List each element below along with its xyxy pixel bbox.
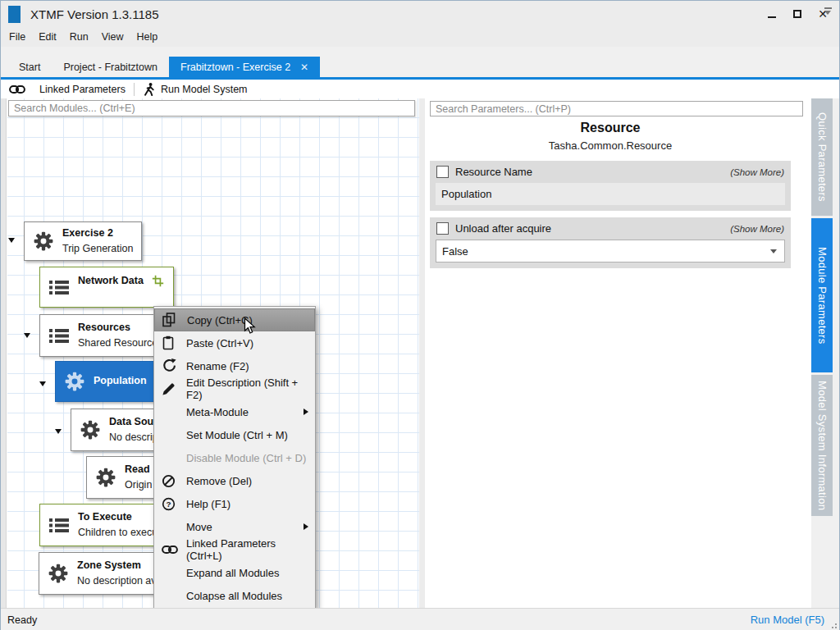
menu-item-colapse-all-modules[interactable]: Colapse all Modules: [154, 584, 315, 607]
parameter-module-type: Tasha.Common.Resource: [430, 139, 791, 152]
crop-icon: [152, 275, 164, 287]
submenu-arrow-icon: [304, 523, 308, 530]
expander-population[interactable]: [39, 381, 46, 386]
left-scroll-strip[interactable]: [1, 98, 7, 608]
parameter-label: Resource Name: [455, 166, 730, 178]
tab-frabitztown-exercise2[interactable]: Frabitztown - Exercise 2 ✕: [169, 57, 320, 77]
maximize-icon: [793, 10, 801, 18]
copy-icon: [162, 313, 180, 327]
resource-name-checkbox[interactable]: [436, 166, 449, 178]
document-tab-strip: Start Project - Frabitztown Frabitztown …: [1, 57, 839, 77]
show-more-link[interactable]: (Show More): [730, 167, 784, 177]
module-title: Read: [125, 462, 152, 477]
search-parameters-input[interactable]: [430, 101, 803, 116]
gear-icon: [95, 467, 116, 488]
menu-help[interactable]: Help: [130, 29, 165, 45]
chevron-down-icon: [770, 249, 777, 253]
window-title: XTMF Version 1.3.1185: [30, 7, 158, 21]
tab-overflow-icon: [824, 7, 832, 9]
maximize-button[interactable]: [789, 6, 806, 22]
gear-icon: [80, 419, 101, 441]
help-icon: ?: [162, 496, 180, 511]
expander-datasource[interactable]: [55, 429, 62, 434]
menu-item-rename[interactable]: Rename (F2): [154, 354, 315, 377]
parameter-label: Unload after acquire: [455, 222, 730, 235]
tab-overflow-button[interactable]: [823, 7, 833, 16]
run-model-system-label: Run Model System: [161, 84, 248, 95]
rename-icon: [162, 358, 180, 373]
status-bar: Ready Run Model (F5): [1, 608, 839, 630]
menu-file[interactable]: File: [2, 29, 32, 45]
tab-close-icon[interactable]: ✕: [300, 62, 308, 73]
menu-run[interactable]: Run: [63, 29, 95, 45]
module-title: Exercise 2: [62, 226, 133, 241]
menu-item-remove[interactable]: Remove (Del): [154, 469, 315, 492]
menu-item-disable-module: Disable Module (Ctrl + D): [154, 446, 315, 469]
gear-icon: [33, 231, 54, 252]
linked-parameters-label: Linked Parameters: [39, 84, 126, 95]
list-icon: [48, 326, 70, 345]
run-model-system-button[interactable]: Run Model System: [135, 80, 256, 98]
minimize-button[interactable]: [764, 6, 780, 22]
menu-view[interactable]: View: [95, 29, 130, 45]
link-icon: [9, 82, 27, 97]
linked-parameters-button[interactable]: Linked Parameters: [1, 80, 134, 98]
menu-item-edit-description[interactable]: Edit Description (Shift + F2): [154, 377, 315, 400]
module-subtitle: Shared Resources: [78, 336, 163, 351]
parameter-module-name: Resource: [430, 121, 791, 135]
mouse-cursor: [244, 317, 256, 336]
menu-item-expand-all-modules[interactable]: Expand all Modules: [154, 561, 315, 584]
unload-after-acquire-checkbox[interactable]: [436, 222, 449, 235]
tab-quick-parameters[interactable]: Quick Parameters: [811, 98, 833, 216]
resize-grip[interactable]: [829, 621, 838, 629]
title-bar[interactable]: XTMF Version 1.3.1185 ✕: [1, 1, 839, 27]
search-modules-input[interactable]: [8, 100, 415, 116]
side-tab-strip: Quick Parameters Module Parameters Model…: [811, 98, 833, 516]
parameter-group-resource-name: Resource Name (Show More) Population: [430, 161, 791, 211]
module-exercise2[interactable]: Exercise 2 Trip Generation: [24, 221, 142, 261]
tab-project-frabitztown[interactable]: Project - Frabitztown: [52, 57, 169, 77]
unload-after-acquire-dropdown[interactable]: False: [436, 240, 785, 262]
model-toolbar: Linked Parameters Run Model System: [1, 80, 839, 98]
minimize-icon: [768, 16, 776, 18]
menu-item-copy[interactable]: Copy (Ctrl+C): [154, 308, 315, 331]
svg-text:?: ?: [166, 500, 171, 509]
show-more-link[interactable]: (Show More): [730, 224, 784, 234]
remove-icon: [162, 473, 180, 488]
list-icon: [48, 278, 70, 296]
expander-resources[interactable]: [24, 333, 30, 338]
tab-model-system-information[interactable]: Model System Information: [811, 375, 833, 516]
menu-bar: File Edit Run View Help: [1, 27, 839, 47]
module-subtitle: Trip Generation: [62, 241, 133, 257]
expander-exercise2[interactable]: [8, 238, 15, 243]
gear-icon: [64, 371, 85, 392]
list-icon: [48, 516, 70, 534]
gear-icon: [48, 563, 69, 584]
tab-start[interactable]: Start: [7, 57, 52, 77]
run-icon: [143, 82, 155, 97]
menu-item-move[interactable]: Move: [154, 515, 315, 538]
module-title: Population: [94, 373, 147, 389]
active-tab-label: Frabitztown - Exercise 2: [180, 62, 290, 73]
status-ready-text: Ready: [7, 614, 751, 626]
tab-module-parameters[interactable]: Module Parameters: [811, 218, 833, 372]
menu-item-set-module[interactable]: Set Module (Ctrl + M): [154, 423, 315, 446]
module-title: Resources: [78, 320, 163, 336]
parameter-group-unload-after-acquire: Unload after acquire (Show More) False: [430, 217, 791, 268]
menu-item-paste[interactable]: Paste (Ctrl+V): [154, 331, 315, 354]
module-context-menu: Copy (Ctrl+C) Paste (Ctrl+V) Rename (F2)…: [153, 306, 316, 609]
run-model-link[interactable]: Run Model (F5): [751, 614, 824, 626]
menu-item-help[interactable]: ? Help (F1): [154, 492, 315, 515]
menu-item-meta-module[interactable]: Meta-Module: [154, 400, 315, 423]
resource-name-value-field[interactable]: Population: [436, 183, 785, 205]
menu-item-linked-parameters[interactable]: Linked Parameters (Ctrl+L): [154, 538, 315, 561]
pencil-icon: [162, 381, 180, 396]
module-resources[interactable]: Resources Shared Resources: [39, 314, 166, 357]
menu-edit[interactable]: Edit: [32, 29, 63, 45]
app-icon: [8, 6, 21, 23]
submenu-arrow-icon: [304, 409, 308, 415]
module-network-data[interactable]: Network Data: [39, 267, 174, 308]
paste-icon: [162, 336, 180, 350]
link-icon: [162, 542, 180, 557]
panel-divider[interactable]: [419, 98, 425, 608]
